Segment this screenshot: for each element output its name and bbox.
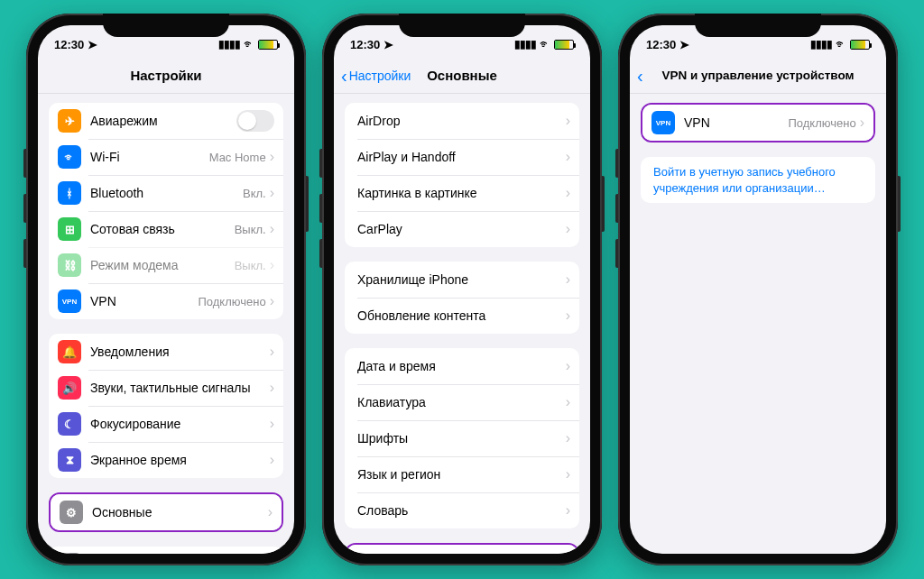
label: Основные [92, 505, 268, 519]
battery-icon [554, 40, 574, 50]
row-keyboard[interactable]: Клавиатура› [345, 384, 579, 420]
notch [399, 14, 525, 37]
status-time: 12:30 [646, 38, 676, 51]
back-button[interactable]: ‹ [637, 67, 643, 85]
vpn-icon: VPN [651, 111, 675, 134]
chevron-left-icon: ‹ [341, 67, 347, 85]
label: VPN [684, 115, 789, 130]
status-time: 12:30 [54, 38, 84, 51]
value: Вкл. [243, 187, 266, 200]
group-display: ☰Пункт управления› AAЭкран и яркость› ▦Э… [49, 547, 283, 554]
row-signin-org[interactable]: Войти в учетную запись учебного учрежден… [641, 157, 875, 203]
row-airplane[interactable]: ✈︎Авиарежим [49, 103, 283, 139]
screen: 12:30➤ ▮▮▮▮ᯤ ‹ VPN и управление устройст… [630, 25, 886, 554]
airplane-toggle[interactable] [236, 110, 274, 132]
chevron-right-icon: › [270, 344, 274, 360]
row-vpn[interactable]: VPNVPNПодключено› [642, 105, 873, 141]
label: VPN [90, 294, 199, 308]
label: Дата и время [357, 359, 566, 373]
label: Авиарежим [90, 114, 236, 128]
nav-bar: Настройки [38, 58, 294, 94]
signal-icon: ▮▮▮▮ [810, 38, 832, 51]
row-general[interactable]: ⚙︎Основные› [51, 494, 282, 530]
label: CarPlay [357, 222, 566, 236]
row-datetime[interactable]: Дата и время› [345, 348, 579, 384]
row-dictionary[interactable]: Словарь› [345, 492, 579, 528]
wifi-icon: ᯤ [540, 38, 550, 51]
row-notifications[interactable]: 🔔Уведомления› [49, 334, 283, 370]
screentime-icon: ⧗ [58, 448, 81, 472]
notifications-icon: 🔔 [58, 340, 81, 363]
row-vpn-device-management[interactable]: VPN и управление устройством› [346, 545, 578, 554]
row-sounds[interactable]: 🔊Звуки, тактильные сигналы› [49, 370, 283, 406]
highlight-vpn-mgmt: VPN и управление устройством› [345, 543, 579, 554]
focus-icon: ☾ [58, 412, 81, 436]
back-button[interactable]: ‹Настройки [341, 67, 411, 85]
label: Уведомления [90, 345, 270, 359]
chevron-left-icon: ‹ [637, 67, 643, 85]
label: Фокусирование [90, 417, 270, 431]
wifi-icon: ᯤ [836, 38, 846, 51]
chevron-right-icon: › [566, 185, 570, 201]
row-background-refresh[interactable]: Обновление контента› [345, 298, 579, 334]
label: Режим модема [90, 258, 235, 272]
chevron-right-icon: › [270, 149, 274, 165]
row-bluetooth[interactable]: ᚼBluetoothВкл.› [49, 175, 283, 211]
content[interactable]: ✈︎Авиарежим ᯤWi-FiMac Home› ᚼBluetoothВк… [38, 94, 294, 554]
chevron-right-icon: › [270, 452, 274, 468]
gear-icon: ⚙︎ [60, 501, 83, 524]
label: Сотовая связь [90, 222, 235, 236]
content[interactable]: AirDrop› AirPlay и Handoff› Картинка в к… [334, 94, 590, 554]
page-title: Основные [427, 68, 497, 83]
label: Картинка в картинке [357, 186, 566, 200]
value: Выкл. [235, 223, 266, 236]
group-connectivity: ✈︎Авиарежим ᯤWi-FiMac Home› ᚼBluetoothВк… [49, 103, 283, 319]
row-screentime[interactable]: ⧗Экранное время› [49, 442, 283, 478]
row-pip[interactable]: Картинка в картинке› [345, 175, 579, 211]
row-wifi[interactable]: ᯤWi-FiMac Home› [49, 139, 283, 175]
page-title: Настройки [130, 68, 201, 83]
row-hotspot[interactable]: ⛓Режим модемаВыкл.› [49, 247, 283, 283]
group-storage: Хранилище iPhone› Обновление контента› [345, 262, 579, 334]
chevron-right-icon: › [270, 293, 274, 309]
row-control-center[interactable]: ☰Пункт управления› [49, 547, 283, 554]
row-vpn[interactable]: VPNVPNПодключено› [49, 283, 283, 319]
bluetooth-icon: ᚼ [58, 181, 81, 205]
value: Mac Home [209, 151, 266, 164]
notch [103, 14, 229, 37]
row-language[interactable]: Язык и регион› [345, 456, 579, 492]
chevron-right-icon: › [268, 504, 273, 520]
chevron-right-icon: › [566, 113, 570, 129]
row-carplay[interactable]: CarPlay› [345, 211, 579, 247]
label: Звуки, тактильные сигналы [90, 381, 270, 395]
chevron-right-icon: › [860, 115, 864, 131]
vpn-icon: VPN [58, 290, 81, 313]
row-cellular[interactable]: ⊞Сотовая связьВыкл.› [49, 211, 283, 247]
page-title: VPN и управление устройством [661, 69, 854, 82]
label: Обновление контента [357, 308, 566, 323]
location-icon: ➤ [383, 38, 393, 51]
label: Bluetooth [90, 186, 243, 200]
status-time: 12:30 [350, 38, 380, 51]
screen: 12:30➤ ▮▮▮▮ᯤ ‹Настройки Основные AirDrop… [334, 25, 590, 554]
row-fonts[interactable]: Шрифты› [345, 420, 579, 456]
label: Хранилище iPhone [357, 272, 566, 287]
hotspot-icon: ⛓ [58, 253, 81, 277]
content[interactable]: VPNVPNПодключено› Войти в учетную запись… [630, 94, 886, 554]
chevron-right-icon: › [566, 430, 570, 446]
row-airdrop[interactable]: AirDrop› [345, 103, 579, 139]
chevron-right-icon: › [566, 358, 570, 374]
chevron-right-icon: › [270, 185, 274, 201]
wifi-icon: ᯤ [58, 145, 81, 169]
sounds-icon: 🔊 [58, 376, 81, 400]
row-airplay[interactable]: AirPlay и Handoff› [345, 139, 579, 175]
value: Выкл. [235, 259, 266, 272]
label: Язык и регион [357, 467, 566, 482]
row-focus[interactable]: ☾Фокусирование› [49, 406, 283, 442]
row-storage[interactable]: Хранилище iPhone› [345, 262, 579, 298]
notch [695, 14, 821, 37]
group-airdrop: AirDrop› AirPlay и Handoff› Картинка в к… [345, 103, 579, 247]
airplane-icon: ✈︎ [58, 109, 81, 133]
nav-bar: ‹ VPN и управление устройством [630, 58, 886, 94]
value: Подключено [789, 116, 856, 130]
